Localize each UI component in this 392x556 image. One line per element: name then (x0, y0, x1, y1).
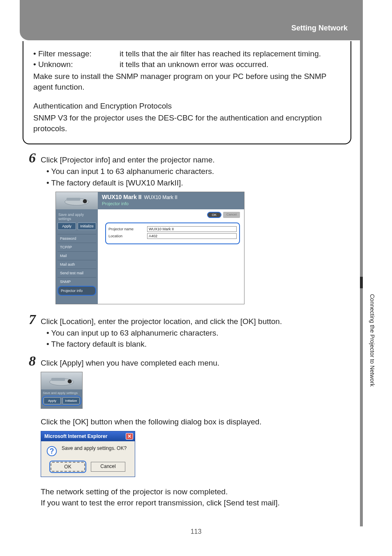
panel-form: OK Cancel Projector name (98, 209, 244, 304)
menu-tcpip[interactable]: TCP/IP (58, 243, 96, 251)
step-7-bullet-2: The factory default is blank. (46, 338, 351, 350)
ok-button[interactable]: OK (207, 212, 222, 218)
dialog-cancel-button[interactable]: Cancel (91, 462, 125, 472)
apply-init-row: Apply Initialize (58, 222, 96, 230)
step-8: 8 Click [Apply] when you have completed … (26, 357, 351, 509)
bullet-unknown: Unknown: it tells that an unknown error … (33, 59, 341, 70)
header-title: Setting Network (291, 24, 348, 32)
menu-mail-auth[interactable]: Mail auth (58, 260, 96, 269)
brand-small: WUX10 Mark II (144, 195, 177, 200)
step-6-title: Click [Projector info] and enter the pro… (41, 154, 351, 166)
initialize-button[interactable]: Initialize (78, 222, 96, 230)
steps: 6 Click [Projector info] and enter the p… (26, 154, 351, 508)
bullet-unknown-label: Unknown: (33, 59, 120, 70)
dialog-ok-button[interactable]: OK (51, 462, 85, 472)
page-number: 113 (0, 528, 392, 535)
right-bar-notch (360, 277, 363, 288)
input-location[interactable] (147, 233, 237, 239)
figure-projector-info: WUX10 Mark IIWUX10 Mark II Projector inf… (55, 192, 351, 304)
menu-send-test-mail[interactable]: Send test mail (58, 269, 96, 277)
right-bar (360, 0, 363, 526)
svg-point-4 (68, 380, 72, 384)
brand-large: WUX10 Mark II (102, 194, 141, 200)
section-side-label: Connecting the Projector to Network (367, 294, 376, 397)
svg-rect-5 (51, 378, 65, 381)
step-8-number: 8 (22, 353, 36, 369)
dialog-buttons: OK Cancel (41, 459, 135, 477)
menu-snmp[interactable]: SNMP (58, 277, 96, 286)
bullet-filter-text: it tells that the air filter has reached… (120, 49, 341, 59)
close-icon[interactable]: ✕ (126, 433, 133, 440)
bullet-filter: Filter message: it tells that the air fi… (33, 49, 341, 59)
fields-highlight: Projector name Location (105, 222, 240, 244)
apply-button-2[interactable]: Apply (44, 397, 61, 404)
apply-panel: Save and apply settings Apply Initialize (41, 372, 83, 409)
step-7-title: Click [Location], enter the projector lo… (41, 316, 351, 327)
step-6-bullet-2: The factory default is [WUX10 MarkII]. (46, 177, 351, 189)
content-area: Filter message: it tells that the air fi… (23, 41, 351, 516)
auth-heading: Authentication and Encryption Protocols (33, 101, 341, 111)
save-apply-label: Save and apply settings (58, 213, 95, 221)
label-location: Location (108, 234, 144, 238)
svg-rect-2 (67, 198, 81, 201)
page: Setting Network Connecting the Projector… (0, 0, 392, 556)
menu-projector-info[interactable]: Projector info (58, 286, 96, 296)
panel-sidebar: Save and apply settings Apply Initialize… (56, 209, 98, 304)
projector-info-panel: WUX10 Mark IIWUX10 Mark II Projector inf… (55, 192, 244, 304)
panel-subtitle: Projector info (102, 201, 241, 206)
step-7: 7 Click [Location], enter the projector … (26, 316, 351, 350)
label-projector-name: Projector name (108, 227, 144, 231)
initialize-button-2[interactable]: Initialize (62, 397, 80, 404)
svg-point-1 (83, 199, 87, 204)
projector-icon-small (41, 372, 82, 389)
confirm-dialog: Microsoft Internet Explorer ✕ ? Save and… (41, 431, 135, 477)
question-icon: ? (46, 445, 58, 457)
apply-init-highlight: Apply Initialize (43, 396, 81, 405)
panel-controls: OK Cancel (207, 212, 240, 218)
step-8-after-1: The network setting of the projector is … (41, 486, 351, 498)
info-box: Filter message: it tells that the air fi… (23, 41, 351, 144)
header-strip: Setting Network (20, 0, 360, 40)
dialog-message: Save and apply settings. OK? (62, 445, 127, 451)
panel-title-area: WUX10 Mark IIWUX10 Mark II Projector inf… (98, 192, 244, 209)
step-7-bullet-1: You can input up to 63 alphanumeric char… (46, 327, 351, 339)
dialog-titlebar: Microsoft Internet Explorer ✕ (41, 431, 135, 441)
step-7-number: 7 (22, 312, 36, 327)
bullet-filter-label: Filter message: (33, 49, 120, 59)
save-apply-label-2: Save and apply settings (43, 391, 81, 395)
step-8-after-2: If you want to test the error report tra… (41, 497, 351, 509)
figure-dialog: Microsoft Internet Explorer ✕ ? Save and… (41, 431, 351, 477)
step-8-line-2: Click the [OK] button when the following… (41, 416, 351, 428)
figure-apply: Save and apply settings Apply Initialize (41, 372, 351, 409)
cancel-button[interactable]: Cancel (223, 212, 240, 218)
step-6-bullet-1: You can input 1 to 63 alphanumeric chara… (46, 166, 351, 177)
bullet-unknown-text: it tells that an unknown error was occur… (120, 59, 341, 70)
row-projector-name: Projector name (108, 226, 237, 232)
menu-password[interactable]: Password (58, 234, 96, 243)
step-8-title: Click [Apply] when you have completed ea… (41, 357, 351, 369)
row-location: Location (108, 233, 237, 239)
auth-text: SNMP V3 for the projector uses the DES-C… (33, 113, 341, 134)
input-projector-name[interactable] (147, 226, 237, 232)
snmp-install-note: Make sure to install the SNMP manager pr… (33, 71, 341, 92)
dialog-title: Microsoft Internet Explorer (44, 433, 107, 439)
dialog-body: ? Save and apply settings. OK? (41, 441, 135, 459)
panel-header: WUX10 Mark IIWUX10 Mark II Projector inf… (56, 192, 244, 209)
step-6: 6 Click [Projector info] and enter the p… (26, 154, 351, 304)
menu-mail[interactable]: Mail (58, 251, 96, 260)
sidebar-menu: Password TCP/IP Mail Mail auth Send test… (58, 234, 96, 296)
step-6-number: 6 (22, 150, 36, 166)
svg-text:?: ? (50, 447, 54, 455)
apply-button[interactable]: Apply (58, 222, 76, 230)
projector-icon (56, 192, 98, 209)
